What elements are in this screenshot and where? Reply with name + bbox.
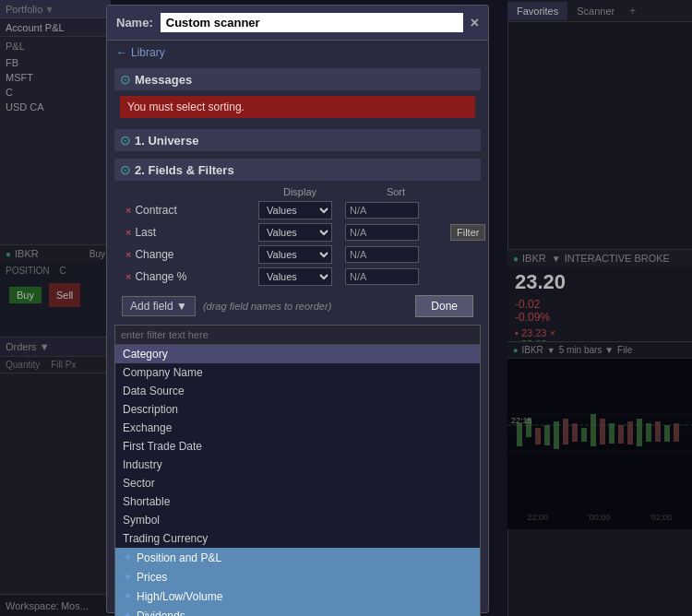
dropdown-item[interactable]: ✦Position and P&L — [115, 548, 480, 567]
field-rows: × Contract Values × Last Values — [120, 199, 475, 288]
messages-section-header[interactable]: ⊙ Messages — [114, 68, 481, 90]
fields-expand-icon: ⊙ — [120, 162, 131, 177]
col-display-header: Display — [258, 186, 341, 197]
fields-title: 2. Fields & Filters — [135, 163, 234, 177]
dropdown-item-label: Exchange — [123, 421, 172, 434]
dropdown-item-label: Sector — [123, 477, 155, 490]
add-field-button[interactable]: Add field ▼ — [122, 296, 196, 316]
dropdown-item-label: Position and P&L — [137, 551, 221, 564]
dropdown-item-label: Category — [123, 348, 168, 361]
done-button[interactable]: Done — [415, 295, 473, 317]
dropdown-item[interactable]: Symbol — [115, 511, 480, 529]
custom-scanner-modal: Name: × ← Library ⊙ Messages You must se… — [106, 5, 489, 613]
dropdown-item-label: Trading Currency — [123, 532, 208, 545]
dropdown-item[interactable]: First Trade Date — [115, 437, 480, 456]
dropdown-item[interactable]: ✦High/Low/Volume — [115, 586, 480, 606]
messages-title: Messages — [135, 73, 192, 87]
last-display-select[interactable]: Values — [258, 223, 332, 242]
field-change-remove[interactable]: × — [125, 249, 131, 260]
name-label: Name: — [116, 16, 153, 30]
dropdown-item[interactable]: Company Name — [115, 363, 480, 382]
fields-section: ⊙ 2. Fields & Filters Display Sort × Con… — [114, 159, 481, 321]
dropdown-item-label: Data Source — [123, 385, 185, 397]
dropdown-item-label: High/Low/Volume — [137, 590, 222, 603]
change-display-select[interactable]: Values — [258, 245, 332, 264]
dropdown-item-icon: ✦ — [123, 589, 133, 603]
contract-sort-input — [345, 202, 419, 219]
last-sort-input — [345, 224, 419, 241]
dropdown-item-label: Symbol — [123, 514, 160, 527]
dropdown-item-label: Description — [123, 403, 178, 416]
dropdown-item-icon: ✦ — [123, 609, 133, 616]
dropdown-item[interactable]: Sector — [115, 474, 480, 492]
field-changepct-label: × Change % — [125, 270, 255, 283]
col-sort-header: Sort — [345, 186, 447, 197]
field-contract-label: × Contract — [125, 204, 255, 217]
col-filter-blank — [450, 186, 470, 197]
add-field-done-row: Add field ▼ (drag field names to reorder… — [114, 291, 481, 321]
dropdown-item[interactable]: ✦Prices — [115, 567, 480, 586]
scanner-name-input[interactable] — [161, 13, 463, 32]
changepct-sort-input — [345, 268, 419, 285]
dropdown-item[interactable]: Description — [115, 400, 480, 419]
universe-expand-icon: ⊙ — [120, 133, 131, 148]
modal-titlebar: Name: × — [107, 6, 488, 41]
universe-section-header[interactable]: ⊙ 1. Universe — [114, 129, 481, 151]
dropdown-item-label: Industry — [123, 458, 162, 471]
dropdown-item[interactable]: Category — [115, 345, 480, 363]
dropdown-item-icon: ✦ — [123, 551, 133, 564]
dropdown-search-input[interactable] — [115, 326, 480, 345]
dropdown-item-icon: ✦ — [123, 570, 133, 584]
drag-hint: (drag field names to reorder) — [203, 301, 331, 312]
field-changepct-remove[interactable]: × — [125, 271, 131, 282]
messages-expand-icon: ⊙ — [120, 72, 131, 87]
field-row-change: × Change Values — [120, 243, 475, 266]
col-blank — [125, 186, 255, 197]
change-sort-input — [345, 246, 419, 263]
field-last-remove[interactable]: × — [125, 227, 131, 238]
library-label: Library — [131, 46, 165, 59]
dropdown-item[interactable]: Shortable — [115, 492, 480, 511]
dropdown-item-label: Shortable — [123, 495, 170, 508]
dropdown-item-label: Dividends — [137, 610, 185, 616]
last-filter-button[interactable]: Filter — [450, 224, 485, 241]
dropdown-item[interactable]: Trading Currency — [115, 529, 480, 548]
dropdown-item-label: Prices — [137, 571, 167, 584]
contract-display-select[interactable]: Values — [258, 201, 332, 219]
fields-body: Display Sort × Contract Values — [114, 181, 481, 291]
messages-body: You must select sorting. — [114, 90, 481, 122]
field-row-last: × Last Values Filter — [120, 221, 475, 243]
dropdown-item[interactable]: Industry — [115, 456, 480, 474]
library-link[interactable]: ← Library — [107, 41, 488, 65]
dropdown-item-label: First Trade Date — [123, 440, 202, 453]
dropdown-item[interactable]: Data Source — [115, 382, 480, 400]
dropdown-item[interactable]: ✦Dividends — [115, 606, 480, 616]
field-contract-remove[interactable]: × — [125, 205, 131, 216]
fields-section-header[interactable]: ⊙ 2. Fields & Filters — [114, 159, 481, 181]
field-change-label: × Change — [125, 248, 255, 261]
field-row-change-pct: × Change % Values — [120, 266, 475, 288]
universe-title: 1. Universe — [135, 134, 198, 148]
universe-section: ⊙ 1. Universe — [114, 129, 481, 151]
dropdown-item-label: Company Name — [123, 366, 203, 379]
messages-section: ⊙ Messages You must select sorting. — [114, 68, 481, 122]
library-arrow-icon: ← — [116, 46, 127, 59]
dropdown-list: CategoryCompany NameData SourceDescripti… — [115, 345, 480, 616]
field-last-label: × Last — [125, 226, 255, 239]
close-button[interactable]: × — [471, 15, 479, 31]
dropdown-item[interactable]: Exchange — [115, 419, 480, 437]
add-field-dropdown: CategoryCompany NameData SourceDescripti… — [114, 325, 481, 616]
error-message: You must select sorting. — [120, 96, 475, 118]
field-row-contract: × Contract Values — [120, 199, 475, 221]
changepct-display-select[interactable]: Values — [258, 267, 332, 286]
add-field-left: Add field ▼ (drag field names to reorder… — [122, 296, 331, 316]
